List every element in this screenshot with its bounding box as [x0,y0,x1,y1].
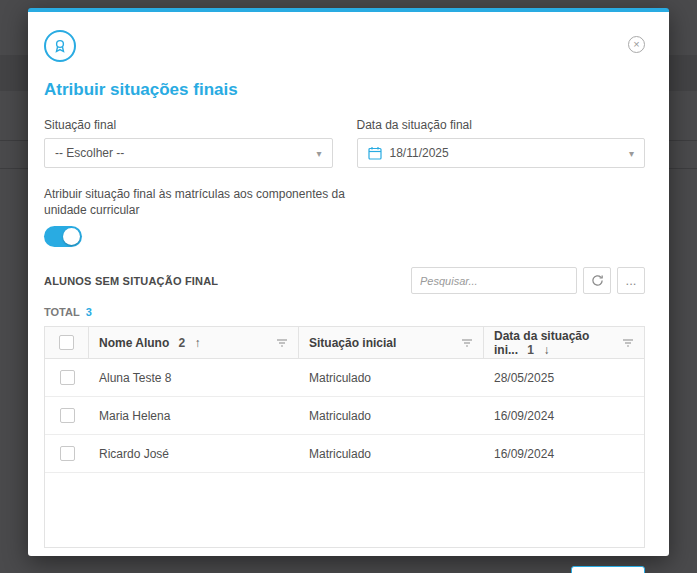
situations-badge-icon [44,30,76,62]
cell-nome: Maria Helena [89,397,299,434]
column-header-situacao[interactable]: Situação inicial [299,327,484,358]
more-options-button[interactable]: ... [617,267,645,294]
toggle-description: Atribuir situação final às matrículas ao… [44,186,374,218]
cell-situacao: Matriculado [299,435,484,472]
select-all-checkbox[interactable] [59,335,74,350]
students-section-title: ALUNOS SEM SITUAÇÃO FINAL [44,275,218,287]
cell-situacao: Matriculado [299,359,484,396]
row-checkbox[interactable] [60,370,75,385]
row-checkbox[interactable] [60,446,75,461]
situacao-final-label: Situação final [44,118,333,132]
sort-order-badge: 1 [527,343,534,357]
filter-icon[interactable] [461,337,473,349]
table-row[interactable]: Maria Helena Matriculado 16/09/2024 [45,397,644,435]
situacao-final-value: -- Escolher -- [55,146,316,160]
sort-asc-icon: ↑ [195,336,201,350]
cell-situacao: Matriculado [299,397,484,434]
cell-nome: Aluna Teste 8 [89,359,299,396]
row-checkbox[interactable] [60,408,75,423]
refresh-button[interactable] [583,267,611,294]
table-row[interactable]: Ricardo José Matriculado 16/09/2024 [45,435,644,473]
column-header-nome[interactable]: Nome Aluno 2 ↑ [89,327,299,358]
table-header-row: Nome Aluno 2 ↑ Situação inicial [45,327,644,359]
toggle-knob [63,228,80,245]
cell-data: 16/09/2024 [484,435,644,472]
filter-icon[interactable] [276,337,288,349]
data-situacao-datepicker[interactable]: 18/11/2025 ▾ [357,138,646,168]
column-header-data[interactable]: Data da situação ini... 1 ↓ [484,327,644,358]
column-label: Nome Aluno [99,336,169,350]
situacao-final-select[interactable]: -- Escolher -- ▾ [44,138,333,168]
column-label: Data da situação ini... [494,329,589,357]
assign-final-situations-modal: × Atribuir situações finais Situação fin… [28,8,669,556]
total-label: TOTAL [44,306,80,318]
cell-data: 16/09/2024 [484,397,644,434]
total-count: 3 [86,306,92,318]
save-button[interactable]: Guardar [571,566,645,573]
chevron-down-icon: ▾ [629,148,634,159]
chevron-down-icon: ▾ [316,148,321,159]
apply-to-components-toggle[interactable] [44,226,82,247]
sort-desc-icon: ↓ [543,343,549,357]
cell-data: 28/05/2025 [484,359,644,396]
cell-nome: Ricardo José [89,435,299,472]
table-row[interactable]: Aluna Teste 8 Matriculado 28/05/2025 [45,359,644,397]
sort-order-badge: 2 [179,336,186,350]
calendar-icon [368,146,382,160]
data-situacao-label: Data da situação final [357,118,646,132]
column-label: Situação inicial [309,336,455,350]
close-icon[interactable]: × [628,36,645,53]
page-title: Atribuir situações finais [44,80,645,100]
data-situacao-value: 18/11/2025 [390,146,629,160]
filter-icon[interactable] [622,337,634,349]
students-table: Nome Aluno 2 ↑ Situação inicial [44,326,645,548]
search-input[interactable] [411,267,577,294]
